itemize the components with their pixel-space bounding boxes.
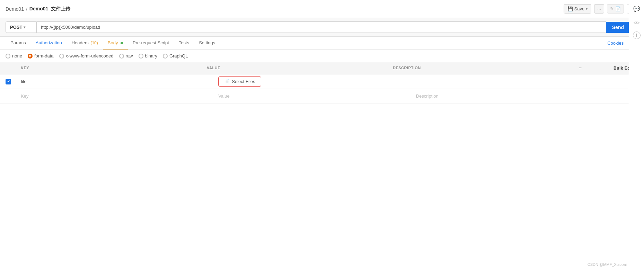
new-row-check: [0, 94, 17, 98]
row-key-value: file: [21, 79, 27, 84]
th-more: ···: [575, 64, 609, 72]
option-raw-label: raw: [126, 53, 133, 58]
tab-params[interactable]: Params: [6, 37, 31, 50]
edit-icon: ✎: [610, 6, 614, 11]
row-checkbox-cell: [0, 77, 17, 87]
send-label: Send: [612, 25, 624, 30]
body-dot-icon: [121, 42, 123, 44]
top-bar-actions: 💾 Save ▾ ··· ✎ 📄 📋: [564, 4, 638, 14]
new-row: Key Value Description: [0, 89, 644, 104]
radio-graphql-icon: [163, 54, 168, 58]
new-row-key[interactable]: Key: [17, 91, 214, 101]
save-button[interactable]: 💾 Save ▾: [564, 4, 592, 14]
option-none[interactable]: none: [6, 53, 22, 58]
method-label: POST: [10, 25, 22, 30]
cookies-button[interactable]: Cookies: [607, 40, 624, 46]
th-checkbox: [0, 64, 17, 72]
new-row-description[interactable]: Description: [412, 91, 609, 101]
radio-none-icon: [6, 54, 10, 58]
tab-prerequest[interactable]: Pre-request Script: [128, 37, 174, 50]
file-icon: 📄: [224, 79, 230, 84]
tab-settings[interactable]: Settings: [194, 37, 220, 50]
radio-form-data-icon: [28, 54, 33, 58]
breadcrumb: Demo01 / Demo01_文件上传: [6, 6, 70, 12]
tabs-list: Params Authorization Headers (10) Body P…: [6, 37, 220, 50]
th-description: DESCRIPTION: [389, 64, 575, 72]
tab-tests[interactable]: Tests: [174, 37, 194, 50]
row-checkbox[interactable]: [6, 79, 11, 84]
url-bar: POST ▾ Send ▾: [0, 18, 644, 37]
option-raw[interactable]: raw: [119, 53, 133, 58]
new-row-value[interactable]: Value: [214, 91, 412, 101]
method-chevron-icon: ▾: [24, 25, 25, 29]
headers-badge: (10): [90, 40, 98, 45]
right-side-icons: 💬 </> i: [629, 0, 644, 104]
option-graphql-label: GraphQL: [169, 53, 188, 58]
edit-button[interactable]: ✎ 📄: [607, 4, 624, 14]
option-urlencoded[interactable]: x-www-form-urlencoded: [59, 53, 114, 58]
option-urlencoded-label: x-www-form-urlencoded: [66, 53, 114, 58]
row-value-cell: 📄 Select Files: [214, 74, 412, 89]
form-data-table: KEY VALUE DESCRIPTION ··· Bulk Edit file…: [0, 62, 644, 104]
th-key: KEY: [17, 64, 203, 72]
code-side-icon[interactable]: </>: [632, 18, 642, 27]
breadcrumb-current: Demo01_文件上传: [29, 6, 70, 12]
more-button[interactable]: ···: [594, 4, 604, 14]
option-graphql[interactable]: GraphQL: [163, 53, 188, 58]
option-none-label: none: [12, 53, 22, 58]
message-icon[interactable]: 💬: [631, 3, 642, 14]
row-key-cell: file: [17, 77, 214, 86]
row-description-cell: [412, 80, 609, 84]
select-files-label: Select Files: [232, 79, 255, 84]
tab-body[interactable]: Body: [103, 37, 128, 50]
breadcrumb-parent[interactable]: Demo01: [6, 6, 24, 12]
tab-authorization[interactable]: Authorization: [31, 37, 67, 50]
save-chevron-icon: ▾: [586, 7, 588, 11]
save-label: Save: [574, 6, 585, 11]
option-binary[interactable]: binary: [139, 53, 157, 58]
radio-raw-icon: [119, 54, 124, 58]
option-binary-label: binary: [145, 53, 157, 58]
table-header: KEY VALUE DESCRIPTION ··· Bulk Edit: [0, 62, 644, 74]
top-bar: Demo01 / Demo01_文件上传 💾 Save ▾ ··· ✎ 📄 📋: [0, 0, 644, 18]
option-form-data[interactable]: form-data: [28, 53, 54, 58]
radio-binary-icon: [139, 54, 143, 58]
option-form-data-label: form-data: [34, 53, 54, 58]
doc-icon: 📄: [615, 6, 621, 11]
tab-headers[interactable]: Headers (10): [67, 37, 103, 50]
save-icon: 💾: [567, 6, 573, 11]
breadcrumb-separator: /: [26, 6, 27, 12]
table-row: file 📄 Select Files: [0, 74, 644, 89]
request-tabs: Params Authorization Headers (10) Body P…: [0, 37, 644, 50]
select-files-button[interactable]: 📄 Select Files: [218, 76, 261, 87]
body-options: none form-data x-www-form-urlencoded raw…: [0, 50, 644, 62]
th-value: VALUE: [203, 64, 389, 72]
radio-urlencoded-icon: [59, 54, 64, 58]
method-select[interactable]: POST ▾: [6, 21, 37, 33]
url-input[interactable]: [37, 21, 606, 33]
info-icon[interactable]: i: [633, 32, 641, 39]
